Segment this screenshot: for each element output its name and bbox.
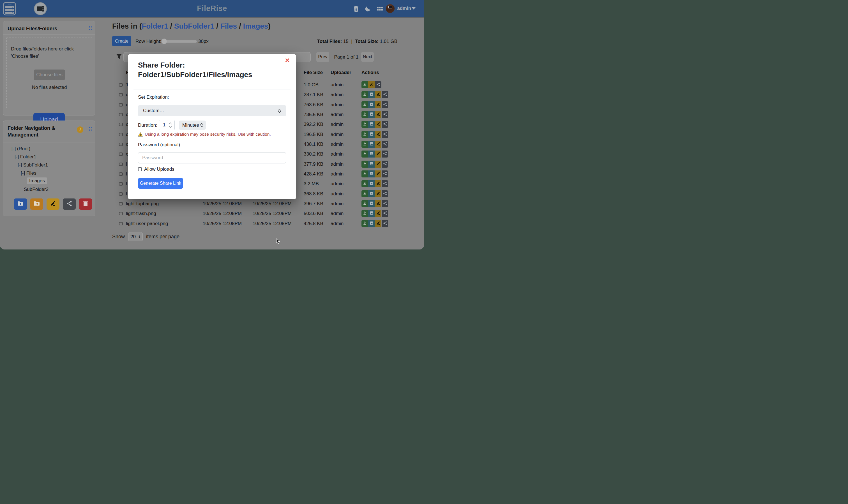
share-button[interactable] <box>382 91 388 98</box>
share-button[interactable] <box>382 131 388 138</box>
row-checkbox[interactable] <box>119 143 123 146</box>
edit-button[interactable] <box>375 220 382 227</box>
download-button[interactable] <box>361 200 368 207</box>
row-checkbox[interactable] <box>119 212 123 215</box>
trash-restore-icon[interactable] <box>353 5 359 12</box>
tree-item[interactable]: SubFolder2 <box>24 187 49 192</box>
download-button[interactable] <box>361 190 368 197</box>
row-checkbox[interactable] <box>119 163 123 166</box>
download-button[interactable] <box>361 101 368 108</box>
edit-button[interactable] <box>375 111 382 118</box>
download-button[interactable] <box>361 180 368 187</box>
file-dropzone[interactable]: Drop files/folders here or click 'Choose… <box>6 38 92 108</box>
info-icon[interactable]: i <box>77 126 83 133</box>
download-button[interactable] <box>361 170 368 177</box>
choose-files-button[interactable]: Choose files <box>34 70 65 80</box>
download-button[interactable] <box>361 121 368 128</box>
share-button[interactable] <box>382 150 388 158</box>
preview-button[interactable] <box>368 91 375 98</box>
next-page-button[interactable]: Next <box>361 52 374 62</box>
tree-item[interactable]: [-] Files <box>21 170 36 176</box>
preview-button[interactable] <box>368 141 375 148</box>
edit-button[interactable] <box>375 141 382 148</box>
share-button[interactable] <box>63 198 76 210</box>
drag-handle-icon[interactable] <box>89 26 92 30</box>
preview-button[interactable] <box>368 180 375 187</box>
pencil-button[interactable] <box>47 198 59 210</box>
preview-button[interactable] <box>368 150 375 158</box>
download-button[interactable] <box>361 131 368 138</box>
share-button[interactable] <box>382 161 388 168</box>
share-button[interactable] <box>382 220 388 227</box>
share-button[interactable] <box>382 141 388 148</box>
create-button[interactable]: Create <box>112 36 131 46</box>
edit-button[interactable] <box>375 180 382 187</box>
share-button[interactable] <box>382 121 388 128</box>
edit-button[interactable] <box>375 131 382 138</box>
edit-button[interactable] <box>375 161 382 168</box>
row-checkbox[interactable] <box>119 152 123 156</box>
preview-button[interactable] <box>368 161 375 168</box>
row-checkbox[interactable] <box>119 182 123 185</box>
row-checkbox[interactable] <box>119 202 123 205</box>
preview-button[interactable] <box>368 121 375 128</box>
edit-button[interactable] <box>375 91 382 98</box>
edit-button[interactable] <box>375 200 382 207</box>
folder-plus-button[interactable] <box>14 198 27 210</box>
tree-item[interactable]: [-] (Root) <box>12 146 30 152</box>
download-button[interactable] <box>361 150 368 158</box>
drag-handle-icon[interactable] <box>89 127 92 131</box>
share-button[interactable] <box>382 111 388 118</box>
preview-button[interactable] <box>368 111 375 118</box>
breadcrumb-link[interactable]: Images <box>243 22 268 30</box>
breadcrumb-link[interactable]: Files <box>220 22 237 30</box>
share-button[interactable] <box>382 180 388 187</box>
edit-button[interactable] <box>375 150 382 158</box>
breadcrumb-link[interactable]: Folder1 <box>142 22 168 30</box>
edit-button[interactable] <box>375 121 382 128</box>
tree-item[interactable]: [-] SubFolder1 <box>18 162 48 168</box>
preview-button[interactable] <box>368 200 375 207</box>
generate-share-link-button[interactable]: Generate Share Link <box>138 178 183 188</box>
row-checkbox[interactable] <box>119 93 123 96</box>
download-button[interactable] <box>361 210 368 217</box>
download-button[interactable] <box>361 141 368 148</box>
duration-unit-select[interactable]: Minutes <box>179 121 206 130</box>
edit-button[interactable] <box>375 190 382 197</box>
share-button[interactable] <box>382 210 388 217</box>
password-field[interactable] <box>138 152 286 163</box>
preview-button[interactable] <box>368 220 375 227</box>
avatar[interactable] <box>386 4 394 13</box>
row-height-slider[interactable] <box>162 40 197 42</box>
share-button[interactable] <box>382 170 388 177</box>
breadcrumb-link[interactable]: SubFolder1 <box>174 22 214 30</box>
header-file-size[interactable]: File Size <box>304 70 331 75</box>
folder-move-button[interactable] <box>30 198 43 210</box>
preview-button[interactable] <box>368 101 375 108</box>
row-checkbox[interactable] <box>119 133 123 136</box>
row-checkbox[interactable] <box>119 83 123 87</box>
preview-button[interactable] <box>368 190 375 197</box>
expiration-select[interactable]: Custom… <box>138 105 286 116</box>
tree-item[interactable]: [-] Folder1 <box>15 154 36 160</box>
moon-icon[interactable] <box>365 5 371 12</box>
share-button[interactable] <box>382 190 388 197</box>
share-button[interactable] <box>382 200 388 207</box>
close-x-icon[interactable]: ✕ <box>285 57 290 64</box>
row-checkbox[interactable] <box>119 222 123 226</box>
row-checkbox[interactable] <box>119 103 123 107</box>
edit-button[interactable] <box>368 81 375 88</box>
slider-thumb[interactable] <box>161 38 167 44</box>
download-button[interactable] <box>361 81 368 88</box>
row-checkbox[interactable] <box>119 173 123 176</box>
trash-button[interactable] <box>79 198 92 210</box>
download-button[interactable] <box>361 220 368 227</box>
prev-page-button[interactable]: Prev <box>316 52 329 62</box>
preview-button[interactable] <box>368 210 375 217</box>
row-checkbox[interactable] <box>119 123 123 126</box>
file-name[interactable]: light-topbar.png <box>126 201 203 206</box>
edit-button[interactable] <box>375 170 382 177</box>
grid-icon[interactable] <box>376 5 383 12</box>
share-button[interactable] <box>375 81 382 88</box>
download-button[interactable] <box>361 161 368 168</box>
